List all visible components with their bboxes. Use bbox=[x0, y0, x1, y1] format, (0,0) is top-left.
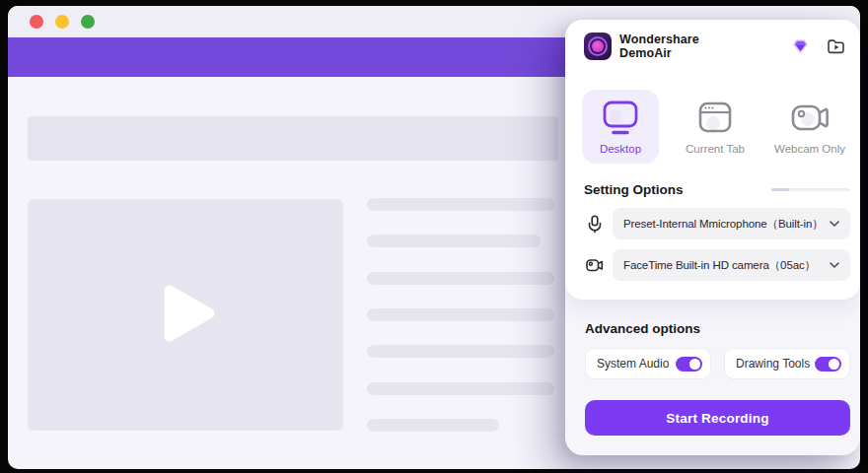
text-skeleton-lines bbox=[367, 198, 564, 435]
setting-options-title: Setting Options bbox=[584, 182, 684, 197]
camera-row: FaceTime Built-in HD camera（05ac） bbox=[584, 249, 850, 281]
microphone-icon bbox=[584, 215, 606, 234]
close-window-button[interactable] bbox=[30, 15, 43, 29]
skeleton-line bbox=[367, 272, 554, 285]
chevron-down-icon bbox=[824, 221, 839, 227]
recordings-folder-play-icon[interactable] bbox=[827, 38, 845, 54]
section-progress-line bbox=[771, 188, 850, 191]
panel-header: Wondershare DemoAir bbox=[565, 20, 860, 60]
skeleton-line bbox=[367, 419, 499, 432]
skeleton-line bbox=[367, 235, 541, 247]
mode-webcam-only[interactable]: Webcam Only bbox=[771, 90, 848, 164]
system-audio-label: System Audio bbox=[597, 357, 669, 371]
advanced-options-title: Advanced options bbox=[585, 321, 850, 336]
app-title-line1: Wondershare bbox=[619, 33, 699, 46]
mode-current-tab-label: Current Tab bbox=[686, 143, 745, 155]
premium-gem-icon[interactable] bbox=[792, 38, 809, 54]
app-title-line2: DemoAir bbox=[619, 46, 699, 60]
zoom-window-button[interactable] bbox=[81, 15, 95, 29]
header-icons bbox=[792, 38, 848, 54]
play-icon[interactable] bbox=[161, 282, 218, 349]
toggle-cards: System Audio Drawing Tools bbox=[585, 348, 850, 379]
camera-select-value: FaceTime Built-in HD camera（05ac） bbox=[623, 258, 816, 273]
app-title: Wondershare DemoAir bbox=[619, 33, 699, 60]
microphone-select[interactable]: Preset-Internal Mmicrophone（Built-in） bbox=[613, 208, 850, 239]
mode-current-tab[interactable]: Current Tab bbox=[677, 90, 754, 164]
browser-tab-icon bbox=[695, 100, 735, 137]
camera-select[interactable]: FaceTime Built-in HD camera（05ac） bbox=[613, 249, 850, 281]
system-audio-card: System Audio bbox=[585, 348, 711, 379]
microphone-row: Preset-Internal Mmicrophone（Built-in） bbox=[584, 208, 850, 239]
advanced-options-section: Advanced options System Audio Drawing To… bbox=[565, 300, 860, 436]
webcam-icon bbox=[788, 100, 832, 137]
microphone-select-value: Preset-Internal Mmicrophone（Built-in） bbox=[623, 217, 824, 232]
drawing-tools-card: Drawing Tools bbox=[724, 348, 850, 379]
drawing-tools-toggle[interactable] bbox=[815, 357, 841, 372]
drawing-tools-label: Drawing Tools bbox=[736, 357, 810, 371]
mode-desktop[interactable]: Desktop bbox=[582, 90, 659, 164]
capture-mode-selector: Desktop Current Tab bbox=[582, 90, 848, 164]
placeholder-hero-bar bbox=[28, 116, 558, 161]
skeleton-line bbox=[367, 382, 554, 395]
skeleton-line bbox=[367, 198, 554, 211]
recorder-panel-main: Wondershare DemoAir bbox=[565, 20, 860, 300]
recorder-panel: Wondershare DemoAir bbox=[565, 20, 860, 455]
mode-webcam-only-label: Webcam Only bbox=[774, 143, 845, 155]
camera-icon bbox=[584, 258, 606, 273]
demoair-logo-icon bbox=[584, 33, 612, 60]
skeleton-line bbox=[367, 345, 554, 358]
monitor-icon bbox=[601, 100, 640, 137]
video-placeholder bbox=[28, 199, 343, 431]
start-recording-button[interactable]: Start Recording bbox=[585, 400, 850, 436]
chevron-down-icon bbox=[824, 262, 839, 268]
setting-options-header: Setting Options bbox=[584, 182, 850, 197]
skeleton-line bbox=[367, 308, 554, 321]
mode-desktop-label: Desktop bbox=[600, 143, 641, 155]
system-audio-toggle[interactable] bbox=[676, 357, 702, 372]
minimize-window-button[interactable] bbox=[55, 15, 69, 29]
